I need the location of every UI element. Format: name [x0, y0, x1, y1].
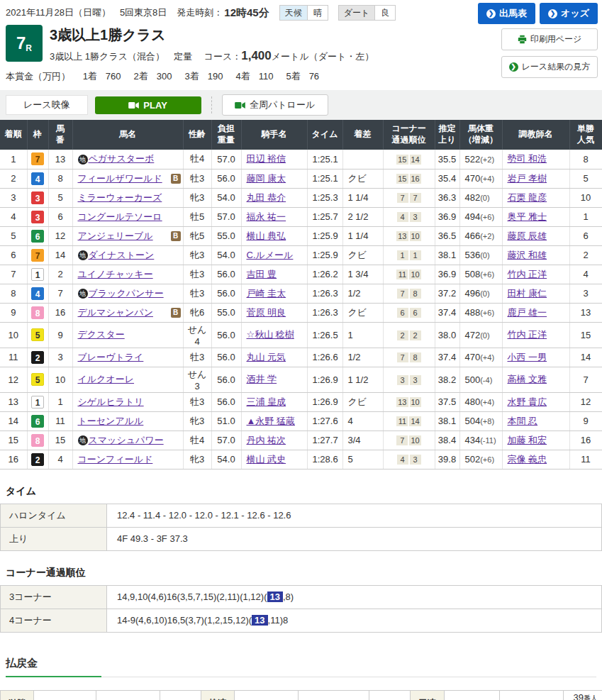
play-button[interactable]: PLAY	[95, 96, 201, 114]
jockey-link[interactable]: ☆秋山 稔樹	[247, 329, 294, 340]
horse-name-link[interactable]: ダイナストーン	[89, 250, 155, 260]
jockey-link[interactable]: 横山 武史	[247, 454, 286, 465]
sex-age: せん4	[183, 322, 211, 348]
estimated-agari: 36.5	[435, 226, 459, 245]
horse-name-link[interactable]: ブレーヴトライ	[78, 352, 144, 362]
horse-name-link[interactable]: スマッシュパワー	[89, 435, 164, 445]
trainer-link[interactable]: 勢司 和浩	[508, 153, 547, 164]
course-label: コース：	[204, 51, 242, 62]
track-value: 良	[375, 6, 395, 20]
jockey-link[interactable]: 戸崎 圭太	[247, 288, 286, 299]
results-table: 着順枠馬番馬名性齢負担重量騎手名タイム着差コーナー通過順位推定上り馬体重（増減）…	[0, 120, 602, 470]
trainer-link[interactable]: 加藤 和宏	[508, 435, 547, 445]
corner-positions-cell: 78	[383, 348, 435, 367]
trainer-cell: 小西 一男	[502, 348, 569, 367]
horse-name-link[interactable]: アンジェリーブル	[78, 230, 153, 241]
bet-type-label: 単勝	[1, 690, 34, 700]
payout-popularity: 8番人気	[160, 690, 201, 700]
trainer-link[interactable]: 鹿戸 雄一	[508, 307, 547, 318]
load-weight: 57.0	[211, 150, 241, 169]
trainer-link[interactable]: 高橋 文雅	[508, 374, 547, 384]
horse-number: 10	[48, 367, 72, 392]
win-popularity: 1	[569, 207, 602, 226]
trainer-link[interactable]: 藤沢 和雄	[508, 250, 547, 260]
patrol-video-button[interactable]: 全周パトロール	[222, 94, 328, 116]
time-cell: 1:25.1	[307, 150, 342, 169]
trainer-cell: 本間 忍	[502, 411, 569, 430]
jockey-link[interactable]: C.ルメール	[247, 250, 294, 260]
jockey-link[interactable]: 丸山 元気	[247, 352, 286, 362]
trainer-link[interactable]: 小西 一男	[508, 352, 547, 362]
jockey-link[interactable]: 福永 祐一	[247, 211, 286, 222]
result-row: 11 2 3 ブレーヴトライ 牡3 56.0 丸山 元気 1:26.6 1/2 …	[0, 348, 602, 367]
horse-weight-cell: 466(+2)	[459, 226, 502, 245]
margin-cell: 4	[342, 411, 383, 430]
estimated-agari: 37.2	[435, 284, 459, 303]
jockey-link[interactable]: 横山 典弘	[247, 230, 286, 241]
horse-name-link[interactable]: コーンフィールド	[78, 454, 153, 465]
jockey-link[interactable]: 藤岡 康太	[247, 173, 286, 184]
entry-table-button[interactable]: ❯ 出馬表	[478, 3, 535, 24]
sex-age: 牡5	[183, 207, 211, 226]
horse-name-link[interactable]: ペガサスターボ	[89, 153, 155, 164]
horse-name-link[interactable]: デルマシャンパン	[78, 307, 153, 318]
horse-name-link[interactable]: シゲルヒラトリ	[78, 396, 144, 407]
trainer-link[interactable]: 岩戸 孝樹	[508, 173, 547, 184]
trainer-cell: 宗像 義忠	[502, 450, 569, 469]
corner-positions-cell: 43	[383, 450, 435, 469]
jockey-link[interactable]: 丹内 祐次	[247, 435, 286, 445]
time-row-label: 上り	[1, 527, 107, 550]
odds-button[interactable]: ❯ オッズ	[540, 3, 598, 24]
jockey-link[interactable]: 丸田 恭介	[247, 192, 286, 203]
jockey-link[interactable]: 田辺 裕信	[247, 153, 286, 164]
trainer-link[interactable]: 石栗 龍彦	[508, 192, 547, 203]
trainer-link[interactable]: 奥平 雅士	[508, 211, 547, 222]
trainer-link[interactable]: 宗像 義忠	[508, 454, 547, 465]
horse-name-link[interactable]: フィールザワールド	[78, 173, 162, 184]
horse-name-link[interactable]: コングールテソーロ	[78, 211, 162, 222]
results-column-header: 着差	[342, 120, 383, 150]
horse-name-link[interactable]: ミラーウォーカーズ	[78, 192, 162, 203]
trainer-link[interactable]: 水野 貴広	[508, 396, 547, 407]
waku-cell: 8	[27, 303, 48, 322]
trainer-link[interactable]: 本間 忍	[508, 416, 538, 426]
jockey-cell: 藤岡 康太	[241, 169, 307, 188]
jockey-link[interactable]: ▲永野 猛蔵	[247, 416, 295, 426]
jockey-link[interactable]: 菅原 明良	[247, 307, 286, 318]
waku-badge: 7	[31, 152, 44, 165]
jockey-link[interactable]: 三浦 皇成	[247, 396, 286, 407]
jockey-link[interactable]: 吉田 豊	[247, 269, 277, 279]
corner4-pos: 14	[409, 416, 420, 426]
sex-age: 牝5	[183, 226, 211, 245]
corner-positions-cell: 78	[383, 284, 435, 303]
result-row: 2 4 8 フィールザワールドB 牡3 56.0 藤岡 康太 1:25.1 クビ…	[0, 169, 602, 188]
finish-position: 15	[0, 430, 27, 450]
horse-weight-cell: 536(0)	[459, 245, 502, 265]
jockey-cell: 丸山 元気	[241, 348, 307, 367]
result-guide-button[interactable]: ❯ レース結果の見方	[501, 56, 598, 78]
trainer-cell: 竹内 正洋	[502, 265, 569, 284]
arrow-circle-icon: ❯	[486, 9, 496, 18]
corner4-pos: 10	[410, 397, 421, 407]
race-title: 3歳以上1勝クラス	[50, 26, 374, 43]
horse-name-link[interactable]: ブラックパンサー	[89, 288, 164, 299]
corner4-pos: 3	[410, 375, 421, 385]
trainer-link[interactable]: 藤原 辰雄	[508, 230, 547, 241]
start-time: 12時45分	[224, 6, 269, 20]
estimated-agari: 36.3	[435, 188, 459, 207]
horse-name-link[interactable]: ユイノチャッキー	[78, 269, 153, 279]
chi-mark-icon: 地	[78, 155, 88, 165]
blinker-b-badge: B	[171, 308, 181, 318]
print-page-button[interactable]: 印刷用ページ	[501, 28, 598, 50]
trainer-link[interactable]: 田村 康仁	[508, 288, 547, 299]
jockey-cell: C.ルメール	[241, 245, 307, 265]
corner-positions-cell: 11	[383, 245, 435, 265]
trainer-link[interactable]: 竹内 正洋	[508, 329, 547, 340]
horse-name-link[interactable]: イルクオーレ	[78, 374, 135, 384]
trainer-link[interactable]: 竹内 正洋	[508, 269, 547, 279]
jockey-link[interactable]: 酒井 学	[247, 374, 277, 384]
corner3-pos: 11	[396, 270, 408, 279]
horse-name-cell: コーンフィールド	[72, 450, 183, 469]
horse-name-link[interactable]: トーセンアルル	[78, 416, 144, 426]
horse-name-link[interactable]: デクスター	[78, 329, 125, 340]
